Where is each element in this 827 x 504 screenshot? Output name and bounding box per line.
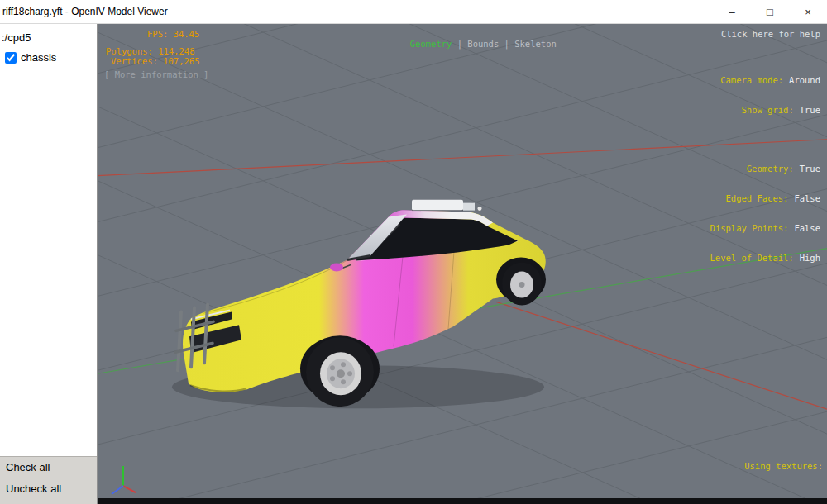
tab-separator: |	[452, 39, 467, 49]
setting-camera-mode: Camera mode:Around	[657, 65, 820, 75]
orientation-gizmo	[112, 466, 136, 494]
model-item-chassis[interactable]: chassis	[0, 49, 97, 66]
viewer-settings: Camera mode:Around Show grid:True Geomet…	[657, 45, 820, 273]
more-information-link[interactable]: [ More information ]	[104, 69, 208, 79]
maximize-button[interactable]: □	[751, 0, 789, 23]
tab-geometry[interactable]: Geometry	[410, 39, 452, 49]
texture-item[interactable]: vehshare_worn.ytd[-]	[655, 495, 823, 504]
titlebar[interactable]: riff18charg.yft - OpenIV Model Viewer – …	[0, 0, 827, 24]
tab-separator: |	[499, 39, 514, 49]
tab-skeleton[interactable]: Skeleton	[514, 39, 557, 49]
sidebar-footer: Check all Uncheck all	[0, 456, 97, 504]
check-all-button[interactable]: Check all	[0, 456, 97, 478]
police-lightbar	[412, 200, 482, 211]
setting-edged-faces: Edged Faces:False	[657, 183, 820, 193]
setting-show-grid: Show grid:True	[657, 95, 820, 105]
polygon-count: Polygons: 114,248	[106, 46, 194, 56]
uncheck-all-button[interactable]: Uncheck all	[0, 478, 97, 504]
textures-title: Using textures:	[655, 460, 823, 472]
textures-panel: Using textures: vehshare_worn.ytd[-] veh…	[655, 437, 823, 504]
render-mode-tabs: Geometry | Bounds | Skeleton	[368, 29, 557, 59]
model-viewport[interactable]: FPS: 34.45 Polygons: 114,248 Vertices: 1…	[98, 24, 827, 504]
app-window: riff18charg.yft - OpenIV Model Viewer – …	[0, 0, 827, 504]
setting-display-points: Display Points:False	[657, 213, 820, 223]
main-area: :/cpd5 chassis Check all Uncheck all	[0, 24, 827, 504]
chassis-checkbox[interactable]	[5, 52, 17, 64]
setting-geometry: Geometry:True	[657, 154, 820, 164]
help-link[interactable]: Click here for help	[721, 29, 820, 39]
tab-bounds[interactable]: Bounds	[467, 39, 499, 49]
vertex-count: Vertices: 107,265	[111, 56, 199, 66]
fps-counter: FPS: 34.45	[147, 29, 199, 39]
chassis-label: chassis	[21, 51, 56, 64]
model-path-label: :/cpd5	[0, 24, 97, 49]
window-title: riff18charg.yft - OpenIV Model Viewer	[0, 0, 713, 23]
minimize-button[interactable]: –	[713, 0, 751, 23]
model-tree-sidebar: :/cpd5 chassis Check all Uncheck all	[0, 24, 98, 504]
window-controls: – □ ×	[713, 0, 827, 23]
setting-level-of-detail: Level of Detail:High	[657, 243, 820, 253]
close-button[interactable]: ×	[789, 0, 827, 23]
